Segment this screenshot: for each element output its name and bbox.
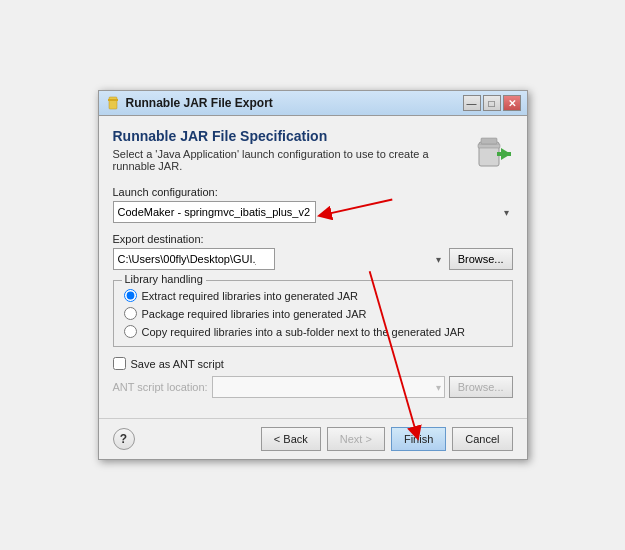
close-button[interactable]: ✕ xyxy=(503,95,521,111)
help-button[interactable]: ? xyxy=(113,428,135,450)
ant-location-label: ANT script location: xyxy=(113,381,208,393)
export-dest-browse-button[interactable]: Browse... xyxy=(449,248,513,270)
library-handling-label: Library handling xyxy=(122,273,206,285)
title-bar-left: Runnable JAR File Export xyxy=(105,95,273,111)
title-bar-buttons: — □ ✕ xyxy=(463,95,521,111)
radio-option-1[interactable]: Extract required libraries into generate… xyxy=(124,289,502,302)
finish-button[interactable]: Finish xyxy=(391,427,446,451)
minimize-button[interactable]: — xyxy=(463,95,481,111)
header-text: Runnable JAR File Specification Select a… xyxy=(113,128,469,186)
window-title: Runnable JAR File Export xyxy=(126,96,273,110)
window-icon xyxy=(105,95,121,111)
ant-script-checkbox-row[interactable]: Save as ANT script xyxy=(113,357,513,370)
radio-copy[interactable] xyxy=(124,325,137,338)
export-dest-row: Browse... xyxy=(113,248,513,270)
launch-config-dropdown-wrapper[interactable]: CodeMaker - springmvc_ibatis_plus_v2 xyxy=(113,201,513,223)
next-button[interactable]: Next > xyxy=(327,427,385,451)
back-button[interactable]: < Back xyxy=(261,427,321,451)
svg-rect-6 xyxy=(497,152,511,156)
header-section: Runnable JAR File Specification Select a… xyxy=(113,128,513,186)
radio-extract[interactable] xyxy=(124,289,137,302)
radio-package-label: Package required libraries into generate… xyxy=(142,308,367,320)
export-dest-label: Export destination: xyxy=(113,233,513,245)
jar-icon xyxy=(469,128,513,172)
export-dest-dropdown-wrapper[interactable] xyxy=(113,248,445,270)
export-dest-input[interactable] xyxy=(113,248,275,270)
radio-option-3[interactable]: Copy required libraries into a sub-folde… xyxy=(124,325,502,338)
launch-config-dropdown[interactable]: CodeMaker - springmvc_ibatis_plus_v2 xyxy=(113,201,316,223)
restore-button[interactable]: □ xyxy=(483,95,501,111)
content-area: Runnable JAR File Specification Select a… xyxy=(99,116,527,418)
main-window: Runnable JAR File Export — □ ✕ Runnable … xyxy=(98,90,528,460)
svg-rect-4 xyxy=(481,138,497,144)
svg-rect-0 xyxy=(109,97,117,109)
launch-config-row: CodeMaker - springmvc_ibatis_plus_v2 xyxy=(113,201,513,223)
svg-rect-3 xyxy=(478,144,500,148)
ant-input-wrapper[interactable] xyxy=(212,376,445,398)
ant-script-input[interactable] xyxy=(212,376,445,398)
ant-script-checkbox-label: Save as ANT script xyxy=(131,358,224,370)
radio-extract-label: Extract required libraries into generate… xyxy=(142,290,358,302)
svg-rect-1 xyxy=(108,99,118,101)
radio-copy-label: Copy required libraries into a sub-folde… xyxy=(142,326,465,338)
footer: ? < Back Next > Finish Cancel xyxy=(99,418,527,459)
library-handling-group: Library handling Extract required librar… xyxy=(113,280,513,347)
ant-script-browse-button[interactable]: Browse... xyxy=(449,376,513,398)
cancel-button[interactable]: Cancel xyxy=(452,427,512,451)
title-bar: Runnable JAR File Export — □ ✕ xyxy=(99,91,527,116)
section-description: Select a 'Java Application' launch confi… xyxy=(113,148,469,172)
radio-package[interactable] xyxy=(124,307,137,320)
ant-script-location-row: ANT script location: Browse... xyxy=(113,376,513,398)
radio-option-2[interactable]: Package required libraries into generate… xyxy=(124,307,502,320)
launch-config-label: Launch configuration: xyxy=(113,186,513,198)
ant-script-checkbox[interactable] xyxy=(113,357,126,370)
section-title: Runnable JAR File Specification xyxy=(113,128,469,144)
